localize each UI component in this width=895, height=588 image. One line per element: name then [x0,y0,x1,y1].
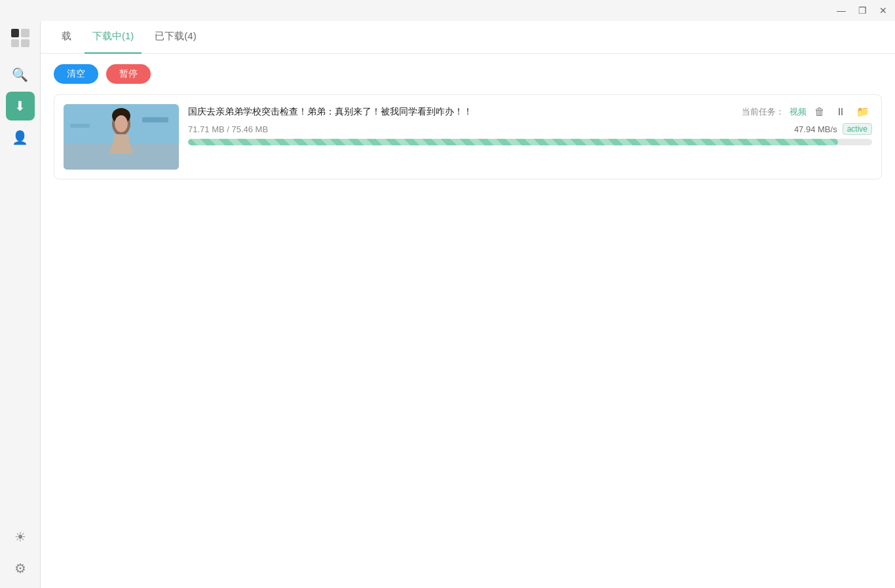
settings-icon: ⚙ [14,560,26,576]
sidebar: 🔍 ⬇ 👤 ☀ ⚙ [0,21,41,588]
sidebar-item-brightness[interactable]: ☀ [6,523,35,551]
pause-icon[interactable]: ⏸ [833,105,848,119]
download-thumbnail [64,104,179,170]
sidebar-bottom: ☀ ⚙ [6,523,35,583]
download-item: 国庆去亲弟弟学校突击检查！弟弟：真别来了！被我同学看到咋办！！ 当前任务： 视频… [54,94,882,179]
sidebar-item-search[interactable]: 🔍 [6,60,35,89]
maximize-button[interactable]: ❐ [856,4,869,17]
search-icon: 🔍 [12,67,28,83]
pause-button[interactable]: 暂停 [106,64,151,84]
logo-cell-4 [21,39,29,48]
download-speed: 47.94 MB/s active [794,123,872,135]
svg-rect-7 [70,124,90,128]
clear-button[interactable]: 清空 [54,64,98,84]
logo-cell-1 [11,29,20,37]
file-size: 71.71 MB / 75.46 MB [188,124,268,134]
download-title: 国庆去亲弟弟学校突击检查！弟弟：真别来了！被我同学看到咋办！！ [188,106,472,118]
task-type: 视频 [790,106,807,118]
svg-rect-6 [142,117,168,122]
logo-grid [11,29,29,47]
minimize-button[interactable]: — [835,4,848,17]
thumbnail-image [64,104,179,170]
brightness-icon: ☀ [14,529,26,545]
progress-bar-wrap [188,139,872,145]
logo-cell-2 [21,29,29,37]
sidebar-item-settings[interactable]: ⚙ [6,554,35,583]
sidebar-item-user[interactable]: 👤 [6,123,35,152]
tab-downloaded[interactable]: 已下载(4) [147,21,204,54]
close-button[interactable]: ✕ [877,4,890,17]
user-icon: 👤 [12,130,28,145]
toolbar: 清空 暂停 [41,54,895,94]
titlebar: — ❐ ✕ [0,0,895,21]
download-list: 国庆去亲弟弟学校突击检查！弟弟：真别来了！被我同学看到咋办！！ 当前任务： 视频… [41,94,895,588]
sidebar-item-download[interactable]: ⬇ [6,92,35,120]
thumbnail-svg [64,104,179,170]
tab-downloading[interactable]: 下载中(1) [85,21,142,54]
folder-icon[interactable]: 📁 [854,104,872,119]
download-stats: 71.71 MB / 75.46 MB 47.94 MB/s active [188,123,872,135]
content-area: 载 下载中(1) 已下载(4) 清空 暂停 [41,21,895,588]
logo-cell-3 [11,39,20,48]
download-actions: 当前任务： 视频 🗑 ⏸ 📁 [742,104,872,119]
app-body: 🔍 ⬇ 👤 ☀ ⚙ 载 下载中(1) 已下载(4) 清空 暂停 [0,21,895,588]
download-header: 国庆去亲弟弟学校突击检查！弟弟：真别来了！被我同学看到咋办！！ 当前任务： 视频… [188,104,872,119]
task-label: 当前任务： [742,106,784,118]
logo [9,26,32,50]
status-badge: active [843,123,872,135]
svg-point-5 [115,115,128,132]
speed-value: 47.94 MB/s [794,124,837,134]
progress-bar-fill [188,139,838,145]
download-icon: ⬇ [14,98,26,114]
tab-all[interactable]: 载 [54,21,79,54]
download-info: 国庆去亲弟弟学校突击检查！弟弟：真别来了！被我同学看到咋办！！ 当前任务： 视频… [188,104,872,145]
delete-icon[interactable]: 🗑 [812,105,828,119]
tab-bar: 载 下载中(1) 已下载(4) [41,21,895,54]
